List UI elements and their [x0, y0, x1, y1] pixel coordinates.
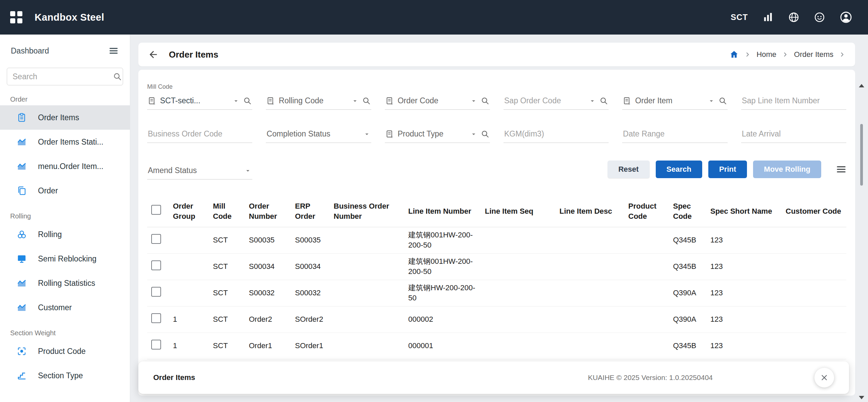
table-row[interactable]: SCT S00035 S00035 建筑钢001HW-200-200-50 Q3…: [147, 227, 846, 253]
reset-button[interactable]: Reset: [608, 161, 650, 178]
column-header-customer-code[interactable]: Customer Code: [782, 196, 846, 227]
column-header-mill-code[interactable]: Mill Code: [209, 196, 245, 227]
filter-rolling-code[interactable]: c Rolling Code: [266, 94, 371, 110]
vertical-scrollbar[interactable]: [858, 84, 865, 399]
column-header-line-item-number[interactable]: Line Item Number: [404, 196, 481, 227]
cell-line-item-number: 建筑钢HW-200-200-50: [404, 280, 481, 306]
sidebar-item-order-items[interactable]: Order Items: [0, 105, 130, 130]
cell-customer-code: [782, 306, 846, 333]
filter-sap-line-item-number[interactable]: Sap Line Item Number: [741, 94, 846, 110]
cell-mill-code: SCT: [209, 227, 245, 253]
sidebar-item-product-code[interactable]: Product Code: [0, 339, 130, 363]
column-header-spec-code[interactable]: Spec Code: [669, 196, 706, 227]
form-icon: c: [386, 130, 394, 139]
mill-selector[interactable]: SCT: [731, 13, 748, 22]
chevron-down-icon[interactable]: [470, 130, 477, 138]
filter-mill-code[interactable]: Mill Code c SCT-secti...: [147, 94, 252, 110]
row-checkbox[interactable]: [151, 260, 161, 270]
column-header-business-order-number[interactable]: Business Order Number: [330, 196, 404, 227]
area-chart-icon: [16, 278, 27, 288]
scroll-up-arrow-icon[interactable]: [859, 84, 864, 87]
breadcrumb-current[interactable]: Order Items: [794, 50, 833, 59]
column-header-product-code[interactable]: Product Code: [624, 196, 669, 227]
breadcrumb-home[interactable]: Home: [756, 50, 776, 59]
sidebar-search[interactable]: [7, 68, 123, 85]
search-icon[interactable]: [718, 97, 727, 105]
cell-order-group: [169, 280, 209, 306]
column-header-erp-order[interactable]: ERP Order: [291, 196, 330, 227]
order-items-table: Order Group Mill Code Order Number ERP O…: [147, 196, 846, 359]
table-row[interactable]: SCT S00034 S00034 建筑钢001HW-200-200-50 Q3…: [147, 253, 846, 280]
row-checkbox[interactable]: [151, 234, 161, 244]
cell-product-code: [624, 227, 669, 253]
filter-sap-order-code[interactable]: Sap Order Code: [504, 94, 609, 110]
chart-icon[interactable]: [762, 12, 774, 23]
scroll-down-arrow-icon[interactable]: [859, 396, 864, 399]
column-header-line-item-seq[interactable]: Line Item Seq: [481, 196, 555, 227]
search-icon[interactable]: [481, 97, 489, 105]
chevron-down-icon[interactable]: [363, 130, 371, 138]
column-header-spec-short-name[interactable]: Spec Short Name: [706, 196, 782, 227]
row-checkbox[interactable]: [151, 313, 161, 323]
search-icon[interactable]: [599, 97, 608, 105]
search-button[interactable]: Search: [656, 161, 702, 178]
print-button[interactable]: Print: [708, 161, 747, 178]
scrollbar-thumb[interactable]: [860, 124, 863, 186]
chevron-down-icon[interactable]: [708, 97, 715, 105]
column-header-order-group[interactable]: Order Group: [169, 196, 209, 227]
column-header-line-item-desc[interactable]: Line Item Desc: [555, 196, 624, 227]
filter-grid: Mill Code c SCT-secti... c Rolling Code …: [147, 94, 846, 143]
account-icon[interactable]: [840, 11, 852, 24]
back-icon[interactable]: [148, 49, 159, 60]
filter-order-item[interactable]: c Order Item: [622, 94, 727, 110]
search-icon[interactable]: [243, 97, 252, 105]
table-row[interactable]: 1 SCT Order2 SOrder2 000002 Q390A 123: [147, 306, 846, 333]
apps-grid-icon[interactable]: [10, 11, 22, 23]
table-row[interactable]: SCT S00032 S00032 建筑钢HW-200-200-50 Q390A…: [147, 280, 846, 306]
filter-amend-status[interactable]: Amend Status: [147, 164, 252, 179]
filter-order-code[interactable]: c Order Code: [385, 94, 490, 110]
search-icon[interactable]: [481, 130, 489, 138]
face-icon[interactable]: [814, 12, 825, 23]
chevron-down-icon[interactable]: [232, 97, 240, 105]
chevron-down-icon[interactable]: [244, 167, 252, 174]
filter-placeholder: Amend Status: [148, 166, 197, 175]
filter-product-type[interactable]: c Product Type: [385, 127, 490, 143]
select-all-checkbox[interactable]: [151, 205, 161, 215]
filter-late-arrival[interactable]: Late Arrival: [741, 127, 846, 143]
sidebar-item-rolling[interactable]: Rolling: [0, 222, 130, 247]
table-row[interactable]: 1 SCT Order1 SOrder1 000001 Q345B 123: [147, 333, 846, 359]
filter-placeholder: Completion Status: [267, 129, 330, 139]
column-header-order-number[interactable]: Order Number: [245, 196, 291, 227]
clipboard-icon: [16, 112, 27, 123]
close-footer-button[interactable]: [814, 368, 834, 387]
filter-business-order-code[interactable]: Business Order Code: [147, 127, 252, 143]
row-checkbox[interactable]: [151, 287, 161, 297]
column-menu-icon[interactable]: [836, 164, 846, 174]
filter-kgm-dim3[interactable]: KGM(dim3): [504, 127, 609, 143]
cell-erp-order: S00032: [291, 280, 330, 306]
sidebar-item-order[interactable]: Order: [0, 178, 130, 203]
cell-order-number: S00035: [245, 227, 291, 253]
chevron-down-icon[interactable]: [351, 97, 359, 105]
row-checkbox[interactable]: [151, 340, 161, 350]
home-icon[interactable]: [729, 50, 739, 59]
sidebar-item-rolling-statistics[interactable]: Rolling Statistics: [0, 271, 130, 295]
sidebar-item-menu-order-item[interactable]: menu.Order Item...: [0, 154, 130, 178]
svg-text:c: c: [154, 102, 155, 105]
sidebar-item-order-items-statistics[interactable]: Order Items Stati...: [0, 130, 130, 154]
chevron-down-icon[interactable]: [470, 97, 477, 105]
globe-icon[interactable]: [788, 12, 800, 23]
search-icon[interactable]: [362, 97, 371, 105]
sidebar-item-section-type[interactable]: Section Type: [0, 363, 130, 388]
chevron-down-icon[interactable]: [589, 97, 596, 105]
sidebar-item-customer[interactable]: Customer: [0, 295, 130, 320]
filter-date-range[interactable]: Date Range: [622, 127, 727, 143]
sidebar-item-semi-reblocking[interactable]: Semi Reblocking: [0, 247, 130, 271]
move-rolling-button[interactable]: Move Rolling: [753, 161, 821, 178]
sidebar-collapse-icon[interactable]: [109, 46, 118, 56]
area-chart-icon: [16, 161, 27, 171]
chevron-right-icon: [782, 51, 789, 58]
filter-completion-status[interactable]: Completion Status: [266, 127, 371, 143]
search-input[interactable]: [13, 72, 113, 81]
